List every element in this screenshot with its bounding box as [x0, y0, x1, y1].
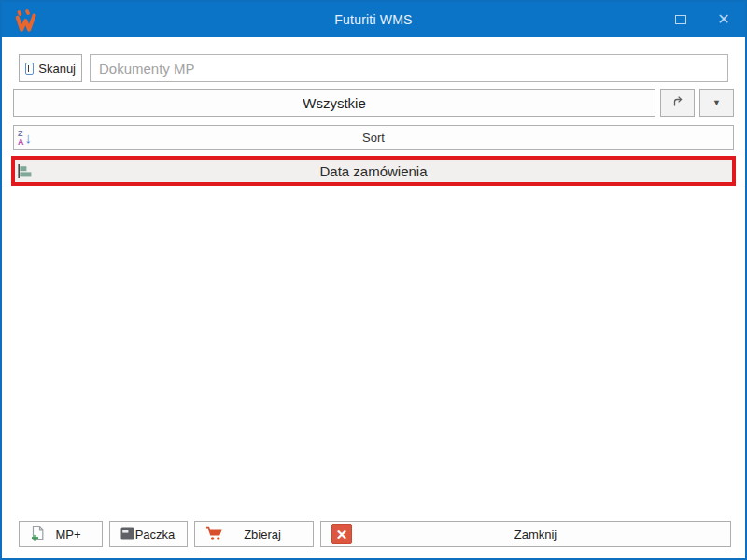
paczka-button[interactable]: Paczka	[109, 521, 188, 547]
close-red-icon: ✕	[331, 524, 352, 544]
paczka-label: Paczka	[134, 527, 181, 541]
filter-dropdown-button[interactable]: ▼	[699, 89, 734, 117]
window-controls: ✕	[659, 2, 745, 37]
sort-header-label: Sort	[14, 131, 733, 145]
refresh-button[interactable]	[660, 89, 695, 117]
zamknij-label: Zamknij	[352, 527, 725, 541]
zamknij-button[interactable]: ✕ Zamknij	[320, 521, 731, 547]
shopping-cart-icon	[205, 526, 223, 541]
filter-button[interactable]: Wszystkie	[13, 89, 655, 117]
maximize-button[interactable]	[659, 2, 702, 37]
footer-toolbar: MP+ Paczka Zbieraj	[19, 521, 731, 547]
document-list-area	[2, 186, 745, 521]
sort-option-label: Data zamówienia	[15, 163, 732, 179]
redo-arrow-icon	[671, 95, 684, 110]
scan-input[interactable]	[90, 54, 728, 82]
sort-header[interactable]: ZA ↓ Sort	[13, 125, 734, 150]
scan-button-label: Skanuj	[38, 62, 76, 76]
sort-option-data-zamowienia[interactable]: Data zamówienia	[11, 156, 736, 186]
close-button[interactable]: ✕	[702, 2, 745, 37]
scan-row: Skanuj	[19, 54, 728, 82]
window-title: Futuriti WMS	[2, 12, 745, 27]
zbieraj-label: Zbieraj	[223, 527, 307, 541]
chevron-down-icon: ▼	[712, 98, 721, 107]
titlebar: Futuriti WMS ✕	[2, 2, 745, 37]
package-icon	[120, 527, 134, 540]
mp-plus-button[interactable]: MP+	[19, 521, 103, 547]
filter-button-label: Wszystkie	[303, 95, 366, 111]
close-icon: ✕	[717, 12, 729, 27]
filter-row: Wszystkie ▼	[13, 89, 734, 117]
maximize-icon	[675, 15, 686, 24]
add-document-icon	[30, 525, 46, 543]
zbieraj-button[interactable]: Zbieraj	[194, 521, 314, 547]
mp-plus-label: MP+	[46, 527, 96, 541]
barcode-icon	[25, 63, 34, 75]
app-window: Futuriti WMS ✕ Skanuj Wszystkie	[0, 0, 747, 560]
scan-button[interactable]: Skanuj	[19, 54, 82, 82]
